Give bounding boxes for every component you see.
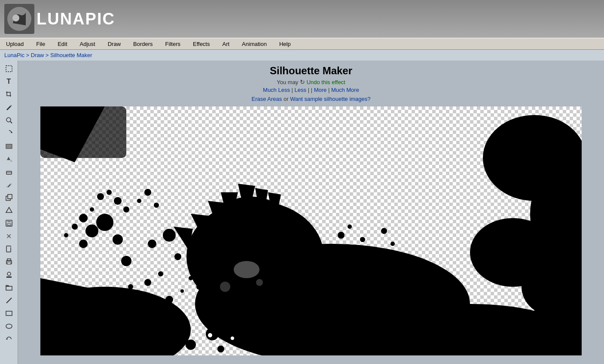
svg-point-73 (144, 279, 151, 286)
svg-point-50 (174, 253, 181, 260)
svg-point-54 (296, 246, 300, 250)
more-link[interactable]: More (314, 87, 327, 93)
svg-point-69 (196, 284, 202, 290)
header: LUNAPIC (0, 0, 604, 38)
nav-art[interactable]: Art (216, 38, 236, 49)
svg-rect-43 (534, 192, 582, 321)
rect-select-tool[interactable] (3, 140, 15, 152)
svg-point-86 (154, 203, 159, 208)
svg-point-52 (287, 237, 292, 242)
svg-point-57 (348, 224, 352, 229)
page-title: Silhouette Maker (270, 65, 352, 77)
svg-point-66 (220, 282, 230, 292)
svg-point-56 (338, 232, 345, 239)
nav-draw[interactable]: Draw (102, 38, 127, 49)
svg-point-53 (294, 259, 298, 263)
rotate-tool[interactable] (3, 127, 15, 139)
svg-point-61 (96, 214, 113, 231)
logo-icon (4, 4, 34, 34)
select-tool[interactable] (3, 63, 15, 75)
shape-tool[interactable] (3, 204, 15, 216)
nav-animation[interactable]: Animation (236, 38, 273, 49)
nav-filters[interactable]: Filters (159, 38, 187, 49)
svg-line-23 (6, 298, 12, 303)
erase-areas-link[interactable]: Erase Areas (251, 96, 282, 102)
svg-point-64 (79, 240, 88, 248)
much-more-link[interactable]: Much More (331, 87, 359, 93)
eraser-tool[interactable] (3, 166, 15, 178)
svg-point-25 (6, 324, 12, 328)
svg-point-1 (12, 15, 19, 21)
text-tool[interactable]: T (3, 76, 15, 88)
svg-point-99 (432, 313, 439, 320)
canvas-container (40, 106, 582, 355)
svg-rect-12 (8, 194, 12, 199)
copy-tool[interactable] (3, 191, 15, 203)
logo-text: LUNAPIC (37, 10, 115, 28)
svg-point-94 (64, 233, 68, 237)
much-less-link[interactable]: Much Less (263, 87, 290, 93)
content-area: Silhouette Maker You may ↻ Undo this eff… (18, 61, 604, 364)
crop-tool[interactable] (3, 88, 15, 100)
svg-point-88 (114, 197, 122, 205)
breadcrumb-current: Silhouette Maker (50, 52, 92, 58)
svg-point-75 (128, 284, 133, 289)
svg-point-91 (90, 207, 94, 212)
svg-marker-13 (6, 207, 12, 212)
breadcrumb-lunapic[interactable]: LunaPic (4, 52, 24, 58)
nav-help[interactable]: Help (273, 38, 297, 49)
nav-upload[interactable]: Upload (0, 38, 30, 49)
dropper-tool[interactable] (3, 179, 15, 191)
pencil-tool[interactable] (3, 101, 15, 113)
svg-point-68 (189, 276, 193, 280)
svg-point-76 (122, 308, 131, 317)
svg-point-89 (107, 190, 112, 195)
nav-adjust[interactable]: Adjust (74, 38, 102, 49)
left-toolbar: T ✕ (0, 61, 18, 364)
save-tool[interactable] (3, 217, 15, 229)
undo-tool[interactable] (3, 333, 15, 345)
rect-tool[interactable] (3, 307, 15, 319)
svg-point-81 (244, 344, 249, 349)
svg-point-93 (72, 224, 78, 230)
svg-point-92 (79, 214, 88, 222)
close-tool[interactable]: ✕ (3, 230, 15, 242)
svg-point-83 (231, 337, 234, 340)
svg-point-87 (123, 206, 129, 212)
svg-point-49 (148, 240, 156, 248)
svg-point-71 (165, 296, 173, 303)
stamp-tool[interactable] (3, 269, 15, 281)
ellipse-tool[interactable] (3, 320, 15, 332)
print-tool[interactable] (3, 256, 15, 268)
breadcrumb-draw[interactable]: Draw (31, 52, 44, 58)
nav-edit[interactable]: Edit (52, 38, 73, 49)
zoom-tool[interactable] (3, 114, 15, 126)
nav-borders[interactable]: Borders (127, 38, 159, 49)
svg-point-51 (121, 256, 131, 266)
svg-point-48 (163, 229, 176, 242)
svg-point-97 (436, 304, 444, 312)
folder-tool[interactable] (3, 282, 15, 294)
svg-point-10 (6, 186, 8, 188)
svg-point-82 (208, 333, 212, 337)
svg-rect-2 (6, 66, 12, 72)
paint-bucket-tool[interactable] (3, 153, 15, 165)
sample-images-link[interactable]: Want sample silhouette images? (290, 96, 370, 102)
svg-point-65 (234, 261, 259, 278)
line-tool[interactable] (3, 294, 15, 306)
nav-file[interactable]: File (30, 38, 52, 49)
erase-line: Erase Areas or Want sample silhouette im… (251, 96, 370, 102)
svg-point-72 (158, 271, 163, 276)
less-link[interactable]: Less (295, 87, 306, 93)
svg-point-74 (137, 293, 141, 297)
svg-point-80 (217, 346, 224, 352)
svg-point-98 (429, 297, 434, 302)
undo-link[interactable]: Undo this effect (307, 79, 345, 85)
svg-point-63 (113, 234, 123, 245)
new-doc-tool[interactable] (3, 243, 15, 255)
svg-point-84 (144, 189, 151, 196)
svg-rect-15 (7, 220, 11, 222)
main-layout: T ✕ (0, 61, 604, 364)
svg-point-101 (415, 318, 421, 324)
nav-effects[interactable]: Effects (187, 38, 217, 49)
